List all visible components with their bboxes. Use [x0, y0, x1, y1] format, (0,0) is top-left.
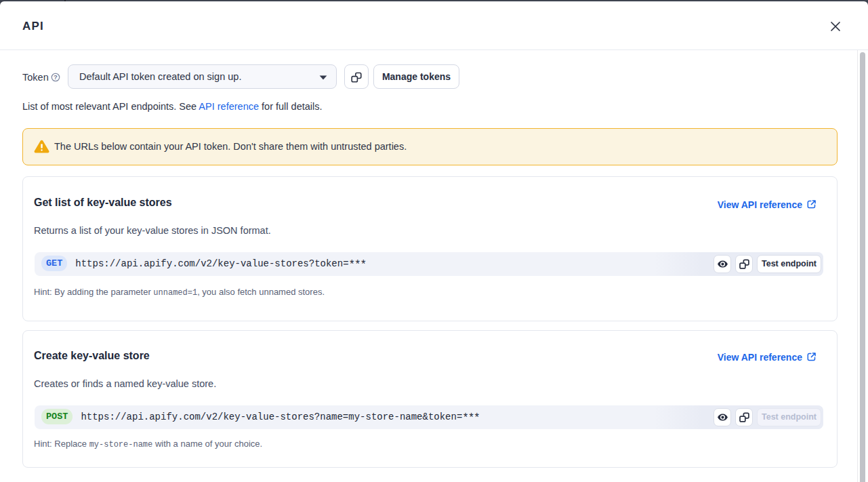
svg-text:?: ?	[54, 73, 58, 81]
